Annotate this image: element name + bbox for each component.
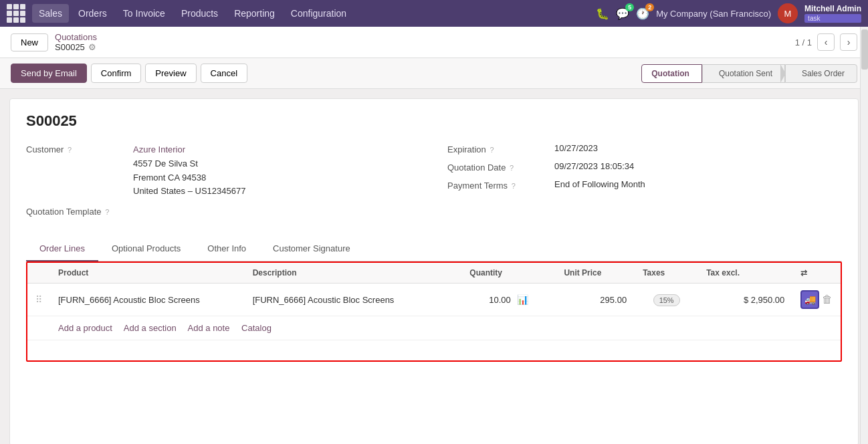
- record-title: S00025: [26, 112, 842, 130]
- menu-to-invoice[interactable]: To Invoice: [116, 4, 172, 23]
- clock-icon-wrap[interactable]: 🕐 2: [636, 7, 649, 20]
- tax-badge[interactable]: 15%: [653, 294, 680, 306]
- form-grid: Customer ? Azure Interior 4557 De Silva …: [26, 143, 842, 223]
- table-row: ⠿ [FURN_6666] Acoustic Bloc Screens [FUR…: [27, 284, 841, 316]
- expiration-value[interactable]: 10/27/2023: [554, 143, 598, 153]
- template-field-row: Quotation Template ?: [26, 205, 421, 217]
- user-task-label: task: [804, 14, 861, 23]
- menu-products[interactable]: Products: [175, 4, 225, 23]
- th-taxes: Taxes: [635, 263, 698, 284]
- catalog-link[interactable]: Catalog: [241, 323, 272, 333]
- bug-icon: 🐛: [596, 8, 609, 19]
- messages-badge: 5: [625, 3, 634, 11]
- row-tax-excl: $ 2,950.00: [744, 295, 784, 305]
- quotation-date-value[interactable]: 09/27/2023 18:05:34: [554, 161, 634, 171]
- add-product-link[interactable]: Add a product: [58, 323, 112, 333]
- order-lines-table: Product Description Quantity Unit Price …: [27, 263, 841, 360]
- th-sort: [27, 263, 50, 284]
- menu-configuration[interactable]: Configuration: [284, 4, 353, 23]
- row-quantity[interactable]: 10.00: [489, 295, 511, 305]
- breadcrumb-parent-link[interactable]: Quotations: [55, 32, 97, 42]
- tab-other-info[interactable]: Other Info: [194, 237, 259, 261]
- th-description: Description: [245, 263, 462, 284]
- action-bar: Send by Email Confirm Preview Cancel Quo…: [0, 58, 868, 89]
- breadcrumb-right: 1 / 1 ‹ ›: [795, 33, 857, 51]
- status-sales-order[interactable]: Sales Order: [785, 64, 857, 83]
- menu-orders[interactable]: Orders: [72, 4, 114, 23]
- template-label: Quotation Template ?: [26, 205, 133, 217]
- add-row: Add a product Add a section Add a note C…: [27, 316, 841, 340]
- row-unit-price[interactable]: 295.00: [600, 295, 627, 305]
- customer-label: Customer ?: [26, 143, 133, 154]
- user-info: Mitchell Admin task: [804, 4, 861, 23]
- chart-icon[interactable]: 📊: [517, 294, 528, 305]
- delete-row-button[interactable]: 🗑: [822, 294, 833, 306]
- th-reorder[interactable]: ⇄: [792, 263, 841, 284]
- quotation-date-label: Quotation Date ?: [447, 161, 554, 173]
- main-content: S00025 Customer ? Azure Interior 4557 De…: [9, 98, 859, 444]
- scrollbar-thumb[interactable]: [861, 29, 868, 70]
- tab-optional-products[interactable]: Optional Products: [98, 237, 194, 261]
- tab-order-lines[interactable]: Order Lines: [26, 237, 98, 261]
- row-description[interactable]: [FURN_6666] Acoustic Bloc Screens: [253, 295, 395, 305]
- messages-icon-wrap[interactable]: 💬 5: [616, 7, 629, 20]
- th-product: Product: [50, 263, 245, 284]
- th-tax-excl: Tax excl.: [698, 263, 792, 284]
- preview-button[interactable]: Preview: [145, 64, 196, 83]
- form-left-col: Customer ? Azure Interior 4557 De Silva …: [26, 143, 421, 223]
- bug-icon-wrap[interactable]: 🐛: [596, 7, 609, 20]
- next-record-button[interactable]: ›: [840, 33, 857, 51]
- action-buttons: Send by Email Confirm Preview Cancel: [11, 64, 247, 83]
- add-note-link[interactable]: Add a note: [188, 323, 230, 333]
- customer-field-row: Customer ? Azure Interior 4557 De Silva …: [26, 143, 421, 199]
- customer-address1: 4557 De Silva St: [133, 157, 245, 171]
- record-count: 1 / 1: [795, 37, 812, 47]
- new-button[interactable]: New: [11, 33, 48, 51]
- payment-terms-label: Payment Terms ?: [447, 179, 554, 191]
- confirm-button[interactable]: Confirm: [91, 64, 142, 83]
- tabs: Order Lines Optional Products Other Info…: [26, 237, 842, 261]
- breadcrumb-path: Quotations S00025 ⚙: [55, 32, 97, 52]
- app-grid-icon[interactable]: [7, 4, 25, 23]
- prev-record-button[interactable]: ‹: [817, 33, 835, 51]
- th-quantity: Quantity: [461, 263, 556, 284]
- customer-value[interactable]: Azure Interior 4557 De Silva St Fremont …: [133, 143, 245, 199]
- menu-reporting[interactable]: Reporting: [227, 4, 282, 23]
- customer-address2: Fremont CA 94538: [133, 171, 245, 185]
- delivery-button[interactable]: 🚚: [800, 290, 819, 309]
- empty-spacer-row: [27, 340, 841, 360]
- order-lines-table-wrapper: Product Description Quantity Unit Price …: [26, 261, 842, 362]
- send-email-button[interactable]: Send by Email: [11, 64, 87, 83]
- form-right-col: Expiration ? 10/27/2023 Quotation Date ?…: [447, 143, 842, 223]
- user-name: Mitchell Admin: [804, 4, 861, 13]
- menu-sales[interactable]: Sales: [32, 4, 69, 23]
- row-product[interactable]: [FURN_6666] Acoustic Bloc Screens: [58, 295, 200, 305]
- topnav-right: 🐛 💬 5 🕐 2 My Company (San Francisco) Mit…: [596, 3, 861, 23]
- cancel-button[interactable]: Cancel: [201, 64, 247, 83]
- breadcrumb-current: S00025 ⚙: [55, 42, 97, 52]
- table-header-row: Product Description Quantity Unit Price …: [27, 263, 841, 284]
- scrollbar[interactable]: [860, 27, 868, 444]
- th-unit-price: Unit Price: [556, 263, 635, 284]
- quotation-date-field-row: Quotation Date ? 09/27/2023 18:05:34: [447, 161, 842, 173]
- breadcrumb-left: New Quotations S00025 ⚙: [11, 32, 97, 52]
- status-pipeline: Quotation Quotation Sent Sales Order: [641, 64, 857, 83]
- add-section-link[interactable]: Add a section: [124, 323, 177, 333]
- customer-address3: United States – US12345677: [133, 185, 245, 199]
- payment-terms-value[interactable]: End of Following Month: [554, 179, 645, 189]
- payment-terms-field-row: Payment Terms ? End of Following Month: [447, 179, 842, 191]
- status-quotation[interactable]: Quotation: [641, 64, 702, 83]
- status-quotation-sent[interactable]: Quotation Sent: [702, 64, 785, 83]
- drag-handle-icon[interactable]: ⠿: [35, 294, 42, 305]
- record-id-breadcrumb: S00025: [55, 42, 85, 52]
- tab-customer-signature[interactable]: Customer Signature: [259, 237, 364, 261]
- top-navigation: Sales Orders To Invoice Products Reporti…: [0, 0, 868, 27]
- expiration-field-row: Expiration ? 10/27/2023: [447, 143, 842, 154]
- main-menu: Sales Orders To Invoice Products Reporti…: [32, 4, 596, 23]
- avatar[interactable]: [778, 3, 798, 23]
- tasks-badge: 2: [645, 3, 654, 11]
- company-name: My Company (San Francisco): [656, 9, 771, 19]
- customer-name: Azure Interior: [133, 143, 245, 157]
- expiration-label: Expiration ?: [447, 143, 554, 154]
- settings-gear-icon[interactable]: ⚙: [88, 42, 96, 52]
